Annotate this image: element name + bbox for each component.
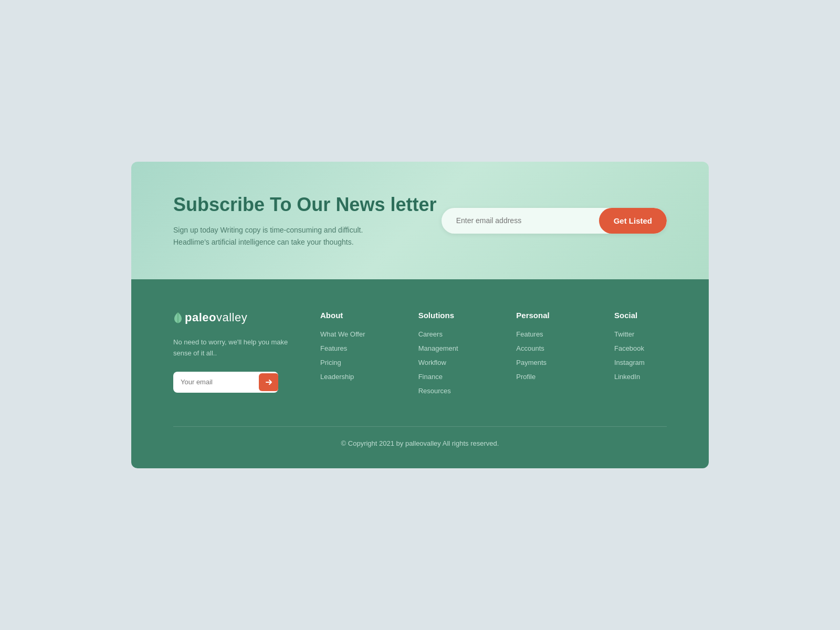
footer-email-input[interactable] — [173, 372, 257, 392]
footer-bottom: © Copyright 2021 by palleovalley All rig… — [173, 426, 667, 447]
footer-link-resources[interactable]: Resources — [418, 387, 471, 395]
footer-submit-button[interactable] — [259, 373, 278, 391]
footer-col-about: About What We Offer Features Pricing Lea… — [320, 311, 373, 395]
newsletter-desc-line2: Headlime's artificial intelligence can t… — [173, 238, 354, 246]
footer-nav: About What We Offer Features Pricing Lea… — [320, 311, 667, 395]
footer-col-social-title: Social — [614, 311, 667, 320]
footer-link-payments[interactable]: Payments — [516, 359, 569, 366]
newsletter-right: Get Listed — [442, 208, 667, 234]
get-listed-button[interactable]: Get Listed — [599, 208, 667, 234]
footer-link-finance[interactable]: Finance — [418, 373, 471, 381]
footer-link-accounts[interactable]: Accounts — [516, 344, 569, 352]
newsletter-left: Subscribe To Our News letter Sign up tod… — [173, 193, 442, 248]
email-input-wrapper: Get Listed — [442, 208, 667, 234]
footer-link-linkedin[interactable]: LinkedIn — [614, 373, 667, 381]
footer-col-personal: Personal Features Accounts Payments Prof… — [516, 311, 569, 395]
leaf-icon — [173, 312, 183, 323]
newsletter-desc-line1: Sign up today Writing copy is time-consu… — [173, 226, 363, 234]
footer-link-careers[interactable]: Careers — [418, 330, 471, 338]
logo-bold: paleo — [185, 311, 216, 324]
logo-light: valley — [216, 311, 247, 324]
footer-link-facebook[interactable]: Facebook — [614, 344, 667, 352]
newsletter-section: Subscribe To Our News letter Sign up tod… — [131, 162, 709, 279]
footer-copyright: © Copyright 2021 by palleovalley All rig… — [173, 439, 667, 447]
footer-section: paleovalley No need to worry, we'll help… — [131, 279, 709, 468]
footer-link-profile[interactable]: Profile — [516, 373, 569, 381]
footer-col-solutions: Solutions Careers Management Workflow Fi… — [418, 311, 471, 395]
footer-col-personal-title: Personal — [516, 311, 569, 320]
footer-link-what-we-offer[interactable]: What We Offer — [320, 330, 373, 338]
footer-link-management[interactable]: Management — [418, 344, 471, 352]
footer-email-wrapper — [173, 372, 278, 393]
footer-link-workflow[interactable]: Workflow — [418, 359, 471, 366]
page-wrapper: Subscribe To Our News letter Sign up tod… — [131, 162, 709, 468]
footer-col-about-title: About — [320, 311, 373, 320]
newsletter-title: Subscribe To Our News letter — [173, 193, 442, 216]
newsletter-description: Sign up today Writing copy is time-consu… — [173, 224, 442, 248]
newsletter-email-input[interactable] — [442, 208, 599, 233]
footer-link-features-about[interactable]: Features — [320, 344, 373, 352]
footer-link-twitter[interactable]: Twitter — [614, 330, 667, 338]
footer-top: paleovalley No need to worry, we'll help… — [173, 311, 667, 395]
footer-link-leadership[interactable]: Leadership — [320, 373, 373, 381]
footer-link-instagram[interactable]: Instagram — [614, 359, 667, 366]
logo-text: paleovalley — [185, 311, 247, 324]
arrow-right-icon — [265, 379, 272, 386]
footer-link-pricing[interactable]: Pricing — [320, 359, 373, 366]
brand-description: No need to worry, we'll help you make se… — [173, 337, 289, 359]
footer-col-solutions-title: Solutions — [418, 311, 471, 320]
footer-col-social: Social Twitter Facebook Instagram Linked… — [614, 311, 667, 395]
logo-wrapper: paleovalley — [173, 311, 289, 324]
footer-brand: paleovalley No need to worry, we'll help… — [173, 311, 289, 395]
footer-link-features-personal[interactable]: Features — [516, 330, 569, 338]
